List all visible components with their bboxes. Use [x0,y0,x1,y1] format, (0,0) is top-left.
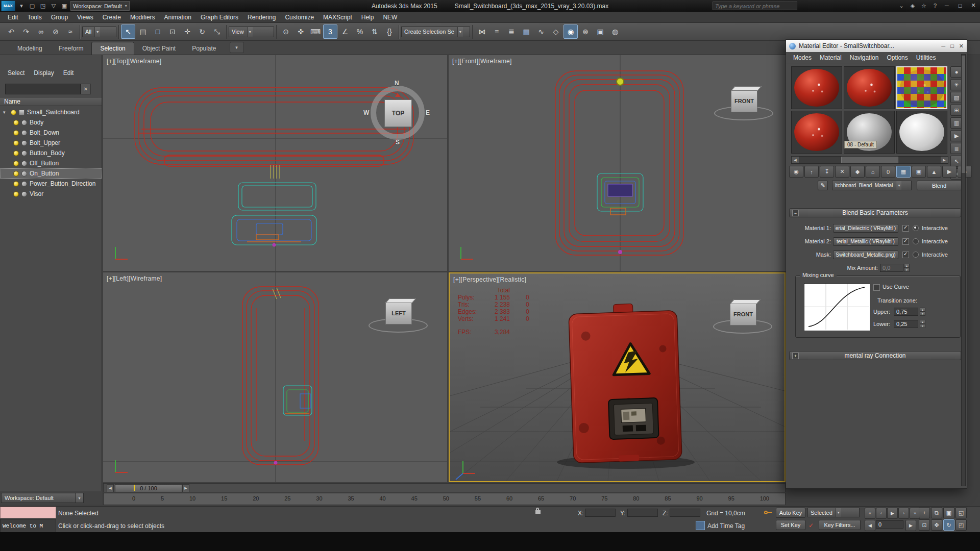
reset-map-icon[interactable]: ✕ [835,166,849,178]
new-scene-icon[interactable]: ▢ [27,2,37,11]
compass-east[interactable]: E [426,109,430,116]
track-bar[interactable]: 0510152025303540455055606570758085909510… [103,493,786,505]
menu-item[interactable]: Customize [280,14,318,21]
ribbon-tab[interactable]: Modeling [9,42,51,55]
infocenter-help-icon[interactable]: ? [930,1,940,10]
lower-field[interactable]: 0,25 [894,320,918,328]
scene-object-row[interactable]: Button_Body [0,148,102,158]
scene-explorer-menu[interactable]: Select [4,68,28,78]
viewcube[interactable]: FRONT [714,84,773,123]
material-editor-title-bar[interactable]: Material Editor - SmallSwitchboar... ─□✕ [786,40,967,52]
ribbon-tab[interactable]: Selection [91,42,134,55]
viewport-label[interactable]: [+][Perspective][Realistic] [453,276,526,283]
visibility-bulb-icon[interactable] [13,171,19,177]
make-unique-icon[interactable]: ◆ [850,166,865,178]
sample-slot-active[interactable] [896,66,947,109]
select-object-icon[interactable]: ↖ [121,24,135,39]
scene-explorer-menu[interactable]: Edit [60,68,78,78]
scene-search-input[interactable] [5,84,81,94]
current-frame-field[interactable]: 0 [876,520,903,529]
sample-slot[interactable] [844,66,895,109]
assign-to-selection-icon[interactable]: ↧ [820,166,834,178]
application-menu-icon[interactable]: ▾ [16,2,27,11]
viewport-top[interactable]: [+][Top][Wireframe] N W E S TOP [103,55,447,271]
viewport-label[interactable]: [+][Left][Wireframe] [107,275,162,282]
layer-manager-icon[interactable]: ≣ [504,24,519,39]
material-editor-menu[interactable]: Utilities [912,54,940,61]
snap-toggle-3d-icon[interactable]: 3 [323,24,337,39]
visibility-bulb-icon[interactable] [11,110,16,115]
clear-search-icon[interactable]: ✕ [81,84,91,94]
select-and-move-icon[interactable]: ✛ [180,24,194,39]
visibility-bulb-icon[interactable] [13,120,19,126]
sample-slot[interactable] [791,111,842,154]
show-end-result-icon[interactable]: ▣ [912,166,926,178]
material-editor-menu[interactable]: Navigation [846,54,883,61]
upper-field[interactable]: 0,75 [894,308,918,316]
compass-west[interactable]: W [363,109,369,116]
material-slot-button[interactable]: terial_Metallic ( VRayMtl ) [833,237,898,246]
key-filter-check-icon[interactable]: ✓ [808,522,814,529]
scroll-track[interactable] [799,157,941,163]
visibility-bulb-icon[interactable] [13,161,19,166]
ribbon-tab[interactable]: Populate [184,42,224,55]
maximize-viewport-icon[interactable]: ◰ [955,519,967,531]
previous-key-icon[interactable]: ◀ [865,520,875,531]
ribbon-overflow-icon[interactable]: ▾ [230,42,244,53]
bind-to-spacewarp-icon[interactable]: ≈ [63,24,78,39]
auto-key-button[interactable]: Auto Key [776,508,805,518]
schematic-view-icon[interactable]: ◇ [549,24,563,39]
menu-item[interactable]: NEW [378,14,402,21]
get-material-icon[interactable]: ◉ [789,166,803,178]
compass-south[interactable]: S [396,139,400,146]
visibility-bulb-icon[interactable] [13,151,19,156]
redo-icon[interactable]: ↷ [19,24,33,39]
spinner[interactable]: ▲▼ [920,320,925,328]
play-icon[interactable]: ▶ [887,508,898,519]
select-and-link-icon[interactable]: ∞ [34,24,48,39]
material-editor-scrollbar[interactable] [961,54,966,486]
curve-editor-icon[interactable]: ∿ [534,24,548,39]
use-pivot-center-icon[interactable]: ⊙ [279,24,293,39]
rollout-mental-ray-connection[interactable]: + mental ray Connection [789,351,961,360]
scene-object-row[interactable]: Off_Button [0,158,102,168]
viewport-front[interactable]: [+][Front][Wireframe] FRONT [449,55,786,271]
close-window-icon[interactable]: ✕ [967,0,980,11]
time-tag-icon[interactable] [696,521,705,530]
project-folder-icon[interactable]: ▣ [59,2,69,11]
render-setup-icon[interactable]: ⊛ [578,24,593,39]
put-to-scene-icon[interactable]: ↑ [804,166,819,178]
viewcube-compass[interactable]: N W E S TOP [369,84,428,143]
menu-item[interactable]: Create [98,14,126,21]
mix-amount-field[interactable]: 0,0 [880,264,903,272]
minimize-window-icon[interactable]: ─ [940,0,953,11]
spinner[interactable]: ▲▼ [920,308,925,316]
menu-item[interactable]: Tools [23,14,46,21]
zoom-region-icon[interactable]: ⊡ [919,519,930,531]
scroll-left-icon[interactable]: ◀ [792,157,799,163]
viewcube-face[interactable]: FRONT [730,303,756,325]
viewport-label[interactable]: [+][Top][Wireframe] [107,58,161,65]
viewcube[interactable]: FRONT [713,297,772,337]
set-key-button[interactable]: Set Key [776,520,805,530]
y-coordinate-field[interactable] [627,509,658,517]
scene-object-row[interactable]: Body [0,117,102,128]
material-id-channel-icon[interactable]: 0 [881,166,895,178]
select-and-scale-icon[interactable]: ⤡ [210,24,224,39]
search-scope-icon[interactable]: ⌄ [896,1,906,10]
sample-slot[interactable] [791,66,842,109]
next-key-icon[interactable]: ▶ [905,520,916,531]
scene-object-row[interactable]: Bolt_Down [0,128,102,138]
selection-lock-icon[interactable] [535,508,545,517]
keyboard-override-icon[interactable]: ⌨ [308,24,323,39]
workspace-selector[interactable]: Workspace: Default [1,493,76,503]
macro-recorder-strip[interactable] [0,507,56,518]
menu-item[interactable]: Help [357,14,379,21]
me-close-icon[interactable]: ✕ [959,43,964,49]
visibility-bulb-icon[interactable] [13,191,19,197]
viewcube-face[interactable]: TOP [384,99,412,127]
select-and-manipulate-icon[interactable]: ✜ [293,24,308,39]
enable-checkbox[interactable] [902,252,909,258]
go-to-parent-icon[interactable]: ▲ [927,166,941,178]
menu-item[interactable]: Modifiers [126,14,160,21]
